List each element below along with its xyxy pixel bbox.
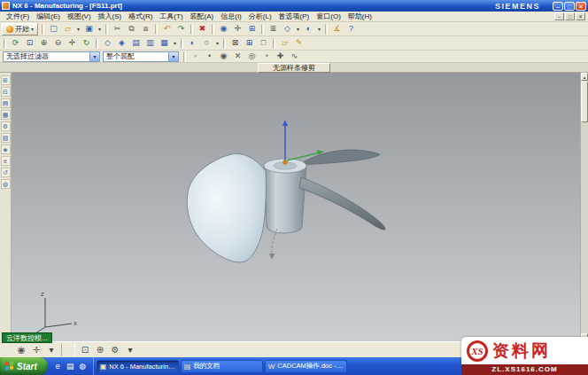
top-view-icon[interactable]: ▤ [129,37,143,50]
center-point-icon[interactable]: ◎ [245,51,259,63]
menu-analysis[interactable]: 分析(L) [245,12,275,21]
start-button[interactable]: Start [0,357,48,375]
menu-format[interactable]: 格式(R) [125,12,156,21]
undo-icon[interactable]: ↶ [160,23,174,35]
quadrant-point-icon[interactable]: ◔ [259,51,273,63]
menu-edit[interactable]: 编辑(E) [33,12,64,21]
menu-assemblies[interactable]: 装配(A) [187,12,218,21]
menu-information[interactable]: 信息(I) [217,12,245,21]
menu-view[interactable]: 视图(V) [64,12,95,21]
scrollbar-track[interactable] [581,123,588,333]
mid-point-icon[interactable]: • [203,51,216,63]
internet-browser-icon[interactable]: e [1,156,11,166]
refresh-icon[interactable]: ⟳ [9,37,22,50]
existing-point-icon[interactable]: ✚ [274,51,287,63]
ql-media-player-icon[interactable]: ◍ [78,362,88,371]
ql-internet-explorer-icon[interactable]: e [53,362,63,371]
end-point-icon[interactable]: ◦ [189,51,202,63]
render-caret-icon[interactable]: ▾ [316,23,322,35]
views-caret-icon[interactable]: ▾ [172,37,178,50]
point-on-curve-icon[interactable]: ∿ [288,51,301,63]
rotate-view-icon[interactable]: ↻ [80,37,93,50]
view-caret-icon[interactable]: ▾ [295,23,301,35]
datum-plane-icon[interactable]: ▱ [278,37,291,50]
menu-insert[interactable]: 插入(S) [95,12,126,21]
cut-icon[interactable]: ✂ [111,23,124,35]
combo-caret-icon[interactable]: ▾ [89,52,99,61]
task-my-documents[interactable]: ▤ 我的文档 [181,360,263,373]
scroll-up-icon[interactable]: ▴ [581,73,588,81]
snap-view-icon[interactable]: ⊠ [228,37,242,50]
sketch-icon[interactable]: ✎ [292,37,306,50]
pattern-icon[interactable]: ⊞ [245,23,259,35]
menu-window[interactable]: 窗口(O) [313,12,344,21]
shaded-view-icon[interactable]: ◐ [186,37,199,50]
menu-tools[interactable]: 工具(T) [156,12,186,21]
display-caret-icon[interactable]: ▾ [214,37,220,50]
selection-ball-icon[interactable]: ◉ [14,343,28,356]
front-view-icon[interactable]: ▥ [143,37,157,50]
intersection-point-icon[interactable]: ✕ [231,51,244,63]
ql-show-desktop-icon[interactable]: ▤ [66,362,75,371]
full-screen-icon[interactable]: □ [257,37,270,50]
scrollbar-thumb[interactable] [581,82,588,122]
magnifier-icon[interactable]: ⊕ [93,343,107,356]
combo-caret-icon[interactable]: ▾ [168,52,178,61]
trimetric-view-icon[interactable]: ◇ [101,37,114,50]
vertical-scrollbar[interactable]: ▴ ▾ [580,73,588,341]
show-hide-icon[interactable]: ◉ [217,23,230,35]
mdi-minimize-button[interactable]: – [554,12,564,20]
part-navigator-icon[interactable]: ▤ [1,98,11,108]
menu-preferences[interactable]: 首选项(P) [275,12,313,21]
preferences-icon[interactable]: ⚙ [108,343,122,356]
selection-scope-combo[interactable]: 整个装配 ▾ [103,51,179,62]
operation-navigator-icon[interactable]: ▦ [1,110,11,120]
save-caret-icon[interactable]: ▾ [97,23,103,35]
window-icon[interactable]: ⊞ [243,37,256,50]
paste-icon[interactable]: ⧈ [139,23,152,35]
control-point-icon[interactable]: ◉ [217,51,230,63]
wireframe-view-icon[interactable]: ○ [200,37,213,50]
assembly-navigator-icon[interactable]: ⊞ [1,75,11,85]
delete-icon[interactable]: ✖ [196,23,209,35]
measure-distance-icon[interactable]: ∡ [330,23,344,35]
hd3d-tools-icon[interactable]: ◈ [1,145,11,154]
maximize-button[interactable]: □ [564,2,575,11]
open-caret-icon[interactable]: ▾ [75,23,81,35]
graphics-viewport[interactable]: Z X Y [12,73,580,341]
start-menu-button[interactable]: 开始 ▾ [2,23,38,35]
zoom-out-icon[interactable]: ⊖ [51,37,65,50]
roles-icon[interactable]: ◍ [1,179,11,189]
copy-icon[interactable]: ⧉ [125,23,138,35]
fit-view-icon[interactable]: ⊡ [23,37,36,50]
save-icon[interactable]: ▣ [82,23,96,35]
constraint-navigator-icon[interactable]: ⊟ [1,87,11,97]
more-caret-icon[interactable]: ▾ [123,343,137,356]
task-word-doc[interactable]: W CADCAM操作.doc - Mi... [265,360,347,373]
help-icon[interactable]: ? [344,23,358,35]
machine-tool-navigator-icon[interactable]: ⚙ [1,121,11,131]
close-button[interactable]: ✕ [576,2,586,11]
snap-caret-icon[interactable]: ▾ [44,343,58,356]
right-view-icon[interactable]: ▦ [158,37,171,50]
view-orientation-icon[interactable]: ◇ [281,23,294,35]
history-palette-icon[interactable]: ↺ [1,168,11,177]
selection-filter-combo[interactable]: 无选择过滤器 ▾ [3,51,100,62]
point-constructor-icon[interactable]: ✛ [29,343,43,356]
new-file-icon[interactable]: ▢ [47,23,60,35]
reuse-library-icon[interactable]: ▧ [1,133,11,143]
work-layer-icon[interactable]: ⊡ [78,343,92,356]
menu-help[interactable]: 帮助(H) [344,12,375,21]
minimize-button[interactable]: – [553,2,563,11]
redo-icon[interactable]: ↷ [174,23,188,35]
rendering-style-icon[interactable]: ◐ [302,23,315,35]
move-object-icon[interactable]: ✛ [231,23,244,35]
mdi-restore-button[interactable]: □ [565,12,575,20]
open-icon[interactable]: ▱ [61,23,74,35]
zoom-in-icon[interactable]: ⊕ [37,37,50,50]
isometric-view-icon[interactable]: ◈ [115,37,128,50]
task-nx[interactable]: ▣ NX 6 - Manufacturing -... [97,360,179,373]
pan-icon[interactable]: ✛ [66,37,79,50]
mdi-close-button[interactable]: ✕ [576,12,585,20]
menu-file[interactable]: 文件(F) [3,12,33,21]
